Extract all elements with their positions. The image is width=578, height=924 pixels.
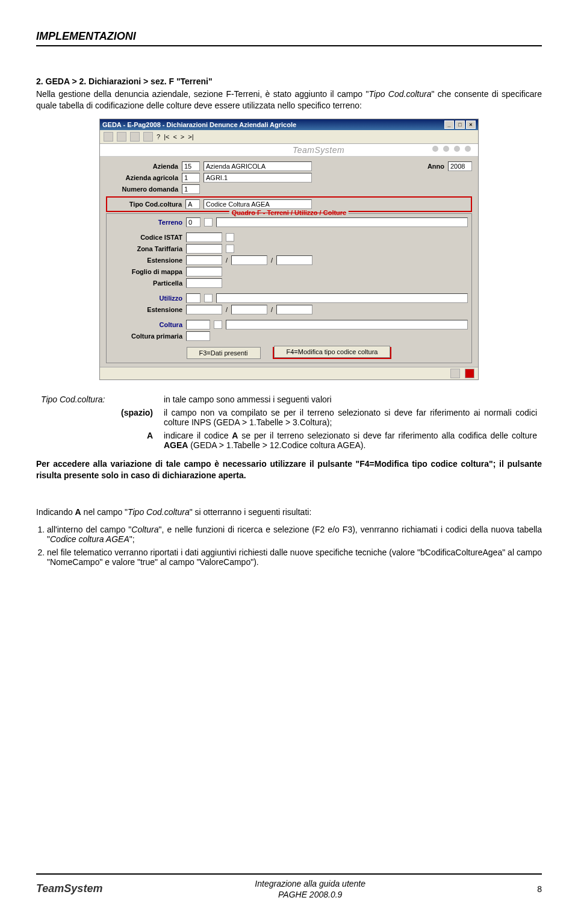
doc-header: IMPLEMENTAZIONI [36, 30, 542, 43]
nav-first-icon[interactable]: |< [164, 133, 169, 140]
estensione-field-1[interactable] [186, 255, 222, 265]
brand-text: TeamSystem [293, 145, 344, 155]
codice-istat-label: Codice ISTAT [110, 234, 182, 241]
coltura-desc [226, 320, 468, 329]
tipo-cod-coltura-desc: Codice Coltura AGEA [204, 199, 312, 209]
f3-button[interactable]: F3=Dati presenti [187, 347, 261, 359]
zona-tariffaria-field[interactable] [186, 244, 222, 254]
toolbar-icon[interactable] [104, 132, 113, 142]
azienda-label: Azienda [106, 163, 178, 170]
search-icon[interactable] [204, 294, 213, 302]
particella-field[interactable] [186, 278, 222, 288]
nav-next-icon[interactable]: > [181, 133, 184, 140]
codice-istat-field[interactable] [186, 233, 222, 242]
intro-paragraph: Nella gestione della denuncia aziendale,… [36, 89, 542, 111]
anno-field[interactable]: 2008 [448, 161, 472, 171]
toolbar-icon[interactable] [143, 132, 153, 142]
def-row1-key: (spazio) [117, 407, 159, 428]
azienda-agricola-label: Azienda agricola [106, 174, 178, 181]
slash: / [271, 306, 273, 313]
tipo-cod-coltura-label: Tipo Cod.coltura [110, 201, 182, 208]
intro-field: Tipo Cod.coltura [368, 89, 431, 99]
dot-icon [454, 146, 460, 152]
tipo-cod-coltura-field[interactable]: A [185, 199, 200, 209]
search-icon[interactable] [226, 233, 234, 242]
coltura-field[interactable] [186, 320, 210, 329]
f4-button[interactable]: F4=Modifica tipo codice coltura [274, 346, 391, 358]
footer-center: Integrazione alla guida utente PAGHE 200… [102, 878, 518, 900]
result-list: all'interno del campo "Coltura", e nelle… [47, 525, 542, 567]
slash: / [226, 306, 228, 313]
numero-domanda-field[interactable]: 1 [182, 184, 200, 194]
particella-label: Particella [110, 279, 182, 287]
terreno-field[interactable]: 0 [186, 217, 200, 227]
azienda-agricola-name-field: AGRI.1 [204, 173, 312, 183]
def-row1-text: il campo non va compilato se per il terr… [160, 407, 541, 428]
search-icon[interactable] [204, 218, 213, 226]
azienda-name-field: Azienda AGRICOLA [204, 161, 312, 171]
toolbar-icon[interactable] [117, 132, 126, 142]
def-row2-key: A [117, 429, 159, 451]
terreno-label: Terreno [110, 219, 182, 226]
intro-text-1: Nella gestione della denuncia aziendale,… [36, 89, 368, 99]
titlebar: GEDA - E-Pag2008 - Dichiarazioni Denunce… [100, 119, 478, 130]
slash: / [226, 257, 228, 264]
estensione-field-2[interactable] [231, 255, 267, 265]
utilizzo-field[interactable] [186, 293, 200, 303]
search-icon[interactable] [214, 320, 222, 329]
footer-logo: TeamSystem [36, 882, 102, 895]
estensione2-field-3[interactable] [276, 305, 312, 314]
nav-help-icon[interactable]: ? [157, 133, 160, 140]
page-number: 8 [518, 884, 542, 894]
statusbar [100, 367, 478, 379]
foglio-field[interactable] [186, 267, 222, 276]
group-title: Quadro F - Terreni / Utilizzo / Colture [229, 209, 349, 216]
close-button[interactable]: × [466, 120, 476, 129]
footer: TeamSystem Integrazione alla guida utent… [36, 873, 542, 900]
estensione2-field-2[interactable] [231, 305, 267, 314]
section-title: 2. GEDA > 2. Dichiarazioni > sez. F "Ter… [36, 76, 542, 86]
estensione2-field-1[interactable] [186, 305, 222, 314]
terreno-desc [216, 217, 468, 227]
window-title: GEDA - E-Pag2008 - Dichiarazioni Denunce… [102, 121, 296, 128]
toolbar-icon[interactable] [130, 132, 140, 142]
azienda-field[interactable]: 15 [182, 161, 200, 171]
nav-last-icon[interactable]: >| [188, 133, 193, 140]
coltura-primaria-field[interactable] [186, 331, 210, 341]
search-icon[interactable] [226, 245, 234, 253]
numero-domanda-label: Numero domanda [106, 186, 178, 193]
def-row2-text: indicare il codice A se per il terreno s… [160, 429, 541, 451]
para-f4: Per accedere alla variazione di tale cam… [36, 458, 542, 481]
def-label: Tipo Cod.coltura: [37, 393, 116, 405]
utilizzo-desc [216, 293, 468, 303]
dot-icon [432, 146, 438, 152]
anno-label: Anno [427, 163, 444, 170]
foglio-label: Foglio di mappa [110, 268, 182, 275]
dot-icon [443, 146, 449, 152]
list-item: nel file telematico verranno riportati i… [47, 548, 542, 567]
utilizzo-label: Utilizzo [110, 295, 182, 302]
toolbar: ? |< < > >| [100, 130, 478, 144]
coltura-label: Coltura [110, 321, 182, 328]
coltura-primaria-label: Coltura primaria [110, 332, 182, 340]
form-area: Azienda 15 Azienda AGRICOLA Anno 2008 Az… [100, 157, 478, 367]
para-result-intro: Indicando A nel campo "Tipo Cod.coltura"… [36, 507, 542, 518]
status-close-icon[interactable] [465, 369, 474, 378]
estensione2-label: Estensione [110, 306, 182, 313]
zona-tariffaria-label: Zona Tariffaria [110, 245, 182, 252]
nav-prev-icon[interactable]: < [173, 133, 176, 140]
azienda-agricola-field[interactable]: 1 [182, 173, 200, 183]
estensione-label: Estensione [110, 257, 182, 264]
estensione-field-3[interactable] [276, 255, 312, 265]
minimize-button[interactable]: _ [444, 120, 454, 129]
list-item: all'interno del campo "Coltura", e nelle… [47, 525, 542, 544]
definition-table: Tipo Cod.coltura: in tale campo sono amm… [36, 392, 542, 452]
slash: / [271, 257, 273, 264]
header-rule [36, 45, 542, 46]
status-icon[interactable] [450, 369, 460, 378]
brand-strip: TeamSystem [100, 144, 478, 157]
app-window: GEDA - E-Pag2008 - Dichiarazioni Denunce… [99, 119, 479, 380]
def-row0-text: in tale campo sono ammessi i seguenti va… [160, 393, 541, 405]
maximize-button[interactable]: □ [455, 120, 465, 129]
group-box: Quadro F - Terreni / Utilizzo / Colture … [106, 213, 472, 363]
